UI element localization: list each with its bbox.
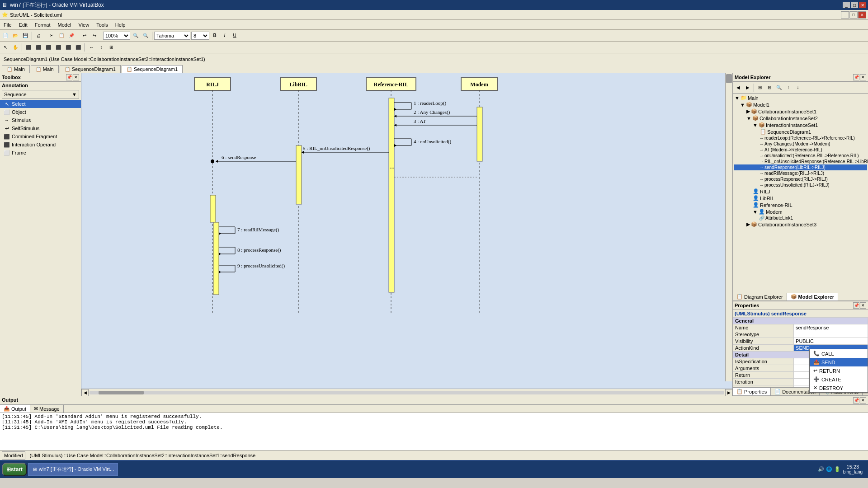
align-right-button[interactable]: ⬛ — [44, 43, 53, 52]
tab-main-2[interactable]: 📋 Main — [31, 65, 59, 73]
undo-button[interactable]: ↩ — [80, 31, 89, 40]
toolbox-item-interactionoperand[interactable]: ⬛ Interaction Operand — [0, 141, 81, 149]
exp-down[interactable]: ↓ — [793, 83, 802, 92]
exp-nav-back[interactable]: ◀ — [734, 83, 743, 92]
app-restore-button[interactable]: □ — [849, 11, 858, 19]
tree-item-libril[interactable]: 👤 LibRIL — [734, 195, 867, 202]
toolbox-item-object[interactable]: ⬜ Object — [0, 108, 81, 116]
print-button[interactable]: 🖨 — [34, 31, 43, 40]
explorer-tab-model[interactable]: 📦 Model Explorer — [787, 293, 838, 300]
tree-item-collab2[interactable]: ▼ 📦 CollaborationInstanceSet2 — [734, 115, 867, 122]
zoom-in-button[interactable]: 🔍 — [131, 31, 140, 40]
hand-button[interactable]: ✋ — [11, 43, 20, 52]
taskbar-app-button[interactable]: 🖥 win7 [正在运行] - Oracle VM Virt... — [28, 463, 118, 476]
italic-button[interactable]: I — [220, 31, 229, 40]
align-center-button[interactable]: ⬛ — [34, 43, 43, 52]
tree-item-main[interactable]: ▼ 📁 Main — [734, 94, 867, 101]
new-button[interactable]: 📄 — [1, 31, 10, 40]
toolbox-item-frame[interactable]: ⬜ Frame — [0, 149, 81, 157]
tree-item-readerloop[interactable]: → readerLoop:(Reference-RIL->Reference-R… — [734, 135, 867, 141]
explorer-tab-diagram[interactable]: 📋 Diagram Explorer — [733, 293, 787, 300]
properties-pin-button[interactable]: 📌 — [853, 302, 859, 309]
h-scrollbar-thumb[interactable] — [99, 391, 144, 394]
cut-button[interactable]: ✂ — [47, 31, 56, 40]
toolbox-pin-button[interactable]: 📌 — [66, 74, 72, 80]
align-top-button[interactable]: ⬛ — [54, 43, 63, 52]
props-tab-properties[interactable]: 📋 Properties — [733, 388, 771, 395]
diagram-scrollbar-h[interactable]: ◀ ▶ — [81, 389, 732, 396]
tree-item-refril[interactable]: 👤 Reference-RIL — [734, 202, 867, 208]
zoom-out-button[interactable]: 🔍 — [141, 31, 150, 40]
select-button[interactable]: ↖ — [1, 43, 10, 52]
tree-item-collab1[interactable]: ▶ 📦 CollaborationInstanceSet1 — [734, 108, 867, 115]
start-button[interactable]: ⊞ start — [2, 463, 27, 476]
explorer-close-button[interactable]: ✕ — [860, 74, 866, 80]
menu-help[interactable]: Help — [112, 20, 129, 29]
zoom-select[interactable]: 100% — [103, 32, 130, 40]
output-tab-output[interactable]: 📤 Output — [0, 405, 30, 413]
tree-item-attrlink[interactable]: 🔗 AttributeLink1 — [734, 215, 867, 221]
tree-item-interaction1[interactable]: ▼ 📦 InteractionInstanceSet1 — [734, 122, 867, 128]
toolbox-item-combinedfragment[interactable]: ⬛ Combined Fragment — [0, 132, 81, 141]
tree-area[interactable]: ▼ 📁 Main ▼ 📦 Model1 ▶ 📦 CollaborationIns… — [733, 94, 868, 293]
tab-seq-2[interactable]: 📋 SequenceDiagram1 — [122, 65, 183, 73]
tree-item-rilj[interactable]: 👤 RILJ — [734, 188, 867, 195]
dropdown-option-create[interactable]: ➕ CREATE — [810, 375, 868, 384]
tree-item-processunsol[interactable]: → processUnsolicited:(RILJ->RILJ) — [734, 182, 867, 188]
tab-main-1[interactable]: 📋 Main — [2, 65, 30, 73]
tree-item-rilonunsol[interactable]: → RIL_onUnsolicitedResponse:(Reference-R… — [734, 159, 867, 164]
diagram-scrollbar-v[interactable] — [725, 73, 732, 381]
close-button[interactable]: ✕ — [859, 2, 866, 8]
tree-item-onunsolicited[interactable]: → onUnsolicited:(Reference-RIL->Referenc… — [734, 153, 867, 159]
prop-value-name[interactable]: sendResponse — [794, 324, 868, 331]
menu-file[interactable]: File — [0, 20, 15, 29]
toolbox-item-select[interactable]: ↖ Select — [0, 100, 81, 108]
toolbox-item-stimulus[interactable]: → Stimulus — [0, 116, 81, 124]
open-button[interactable]: 📂 — [11, 31, 20, 40]
copy-button[interactable]: 📋 — [57, 31, 66, 40]
save-button[interactable]: 💾 — [21, 31, 30, 40]
output-pin-button[interactable]: 📌 — [853, 397, 859, 404]
properties-close-button[interactable]: ✕ — [860, 302, 866, 309]
exp-nav-forward[interactable]: ▶ — [743, 83, 752, 92]
dropdown-option-send[interactable]: 📤 SEND — [810, 358, 868, 366]
underline-button[interactable]: U — [230, 31, 239, 40]
tab-seq-1[interactable]: 📋 SequenceDiagram1 — [60, 65, 121, 73]
same-height-button[interactable]: ↕ — [97, 43, 106, 52]
redo-button[interactable]: ↪ — [90, 31, 99, 40]
output-close-button[interactable]: ✕ — [860, 397, 866, 404]
sequence-dropdown[interactable]: Sequence ▼ — [2, 90, 79, 99]
tree-item-model1[interactable]: ▼ 📦 Model1 — [734, 101, 867, 108]
dropdown-option-call[interactable]: 📞 CALL — [810, 349, 868, 358]
bold-button[interactable]: B — [210, 31, 219, 40]
diagram-canvas[interactable]: RILJ LibRIL Reference-RIL Modem — [81, 73, 732, 389]
maximize-button[interactable]: □ — [851, 2, 858, 8]
menu-tools[interactable]: Tools — [93, 20, 112, 29]
actionkind-dropdown[interactable]: 📞 CALL 📤 SEND ↩ RETURN ➕ CREATE ✕ DE — [809, 349, 868, 393]
minimize-button[interactable]: _ — [843, 2, 850, 8]
tree-item-processresp[interactable]: → processResponse:(RILJ->RILJ) — [734, 176, 867, 182]
dropdown-option-return[interactable]: ↩ RETURN — [810, 366, 868, 375]
toolbox-close-button[interactable]: ✕ — [73, 74, 79, 80]
prop-value-stereotype[interactable] — [794, 331, 868, 338]
tree-item-readrilmsg[interactable]: → readRilMessage:(RILJ->RILJ) — [734, 170, 867, 176]
scroll-left-button[interactable]: ◀ — [81, 389, 89, 396]
exp-find[interactable]: 🔍 — [774, 83, 783, 92]
auto-layout-button[interactable]: ⊞ — [107, 43, 116, 52]
scrollbar-thumb-v[interactable] — [726, 74, 732, 83]
menu-format[interactable]: Format — [31, 20, 54, 29]
app-minimize-button[interactable]: _ — [841, 11, 849, 19]
paste-button[interactable]: 📌 — [67, 31, 76, 40]
align-left-button[interactable]: ⬛ — [24, 43, 33, 52]
align-middle-button[interactable]: ⬛ — [64, 43, 73, 52]
font-size-select[interactable]: 8 — [191, 32, 209, 40]
tree-item-collab3[interactable]: ▶ 📦 CollaborationInstanceSet3 — [734, 221, 867, 228]
exp-collapse-all[interactable]: ⊟ — [765, 83, 774, 92]
tree-item-anychanges[interactable]: → Any Changes:(Modem->Modem) — [734, 141, 867, 147]
output-tab-message[interactable]: ✉ Message — [30, 405, 64, 413]
tree-item-modem[interactable]: ▼ 👤 Modem — [734, 208, 867, 215]
tree-item-at[interactable]: → AT:(Modem->Reference-RIL) — [734, 147, 867, 153]
same-width-button[interactable]: ↔ — [87, 43, 96, 52]
app-close-button[interactable]: ✕ — [858, 11, 866, 19]
exp-up[interactable]: ↑ — [784, 83, 793, 92]
